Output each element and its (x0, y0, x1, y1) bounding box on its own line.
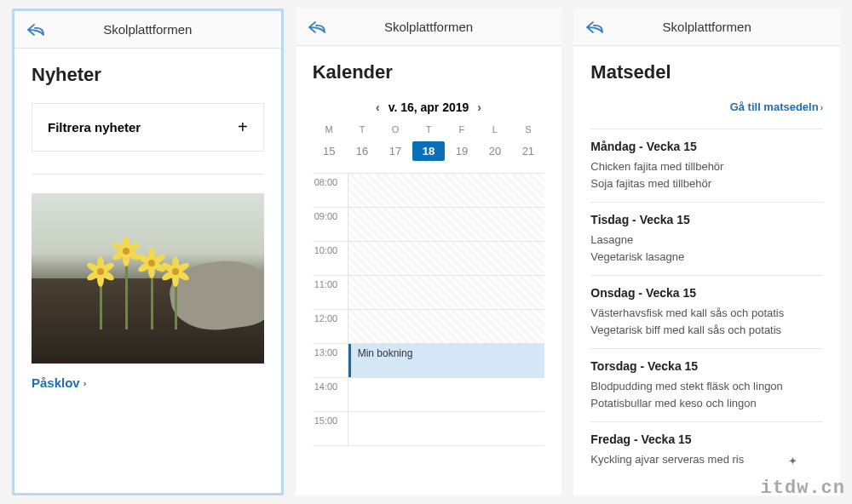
meal-day-title: Måndag - Vecka 15 (590, 140, 823, 153)
meal-item: Vegetarisk biff med kall sås och potatis (590, 322, 823, 339)
time-label: 14:00 (313, 378, 348, 411)
time-slot[interactable] (348, 310, 545, 343)
time-row: 13:00Min bokning (313, 344, 545, 378)
chevron-right-icon: › (83, 378, 87, 388)
header: Skolplattformen (296, 9, 562, 46)
page-title: Nyheter (32, 64, 264, 86)
meal-item: Lasagne (590, 232, 823, 249)
reply-arrow-icon (308, 20, 328, 35)
time-row: 10:00 (313, 242, 545, 276)
meal-day: Tisdag - Vecka 15LasagneVegetarisk lasag… (590, 202, 823, 275)
weekday-label: L (478, 124, 511, 135)
meal-day: Onsdag - Vecka 15Västerhavsfisk med kall… (590, 275, 823, 348)
meal-item: Vegetarisk lasagne (590, 249, 823, 266)
weekday-label: T (346, 124, 379, 135)
news-image[interactable] (32, 193, 264, 364)
time-row: 15:00 (313, 412, 545, 446)
time-label: 08:00 (313, 174, 348, 207)
header-title: Skolplattformen (573, 20, 840, 34)
header-title: Skolplattformen (14, 22, 281, 37)
meal-day: Måndag - Vecka 15Chicken fajita med till… (590, 129, 823, 202)
meal-day-title: Onsdag - Vecka 15 (590, 286, 823, 300)
time-slot[interactable] (348, 276, 545, 309)
screen-news: Skolplattformen Nyheter Filtrera nyheter… (12, 9, 284, 495)
weekday-label: O (379, 124, 412, 135)
back-button[interactable] (585, 20, 606, 35)
wechat-icon: ✦ (781, 450, 803, 472)
page-title: Matsedel (590, 61, 823, 83)
time-label: 15:00 (313, 412, 348, 445)
meal-item: Blodpudding med stekt fläsk och lingon (590, 378, 823, 395)
time-row: 08:00 (313, 174, 545, 208)
weekday-label: M (313, 124, 346, 135)
reply-arrow-icon (585, 20, 606, 35)
filter-label: Filtrera nyheter (48, 120, 141, 135)
header: Skolplattformen (14, 11, 281, 49)
time-row: 14:00 (313, 378, 545, 412)
divider (32, 174, 264, 175)
screen-calendar: Skolplattformen Kalender ‹ v. 16, apr 20… (296, 9, 562, 495)
time-label: 09:00 (313, 208, 348, 241)
prev-week-button[interactable]: ‹ (376, 100, 380, 114)
date-cell[interactable]: 20 (478, 141, 511, 161)
page-title: Kalender (313, 61, 545, 83)
time-label: 10:00 (313, 242, 348, 275)
time-slot[interactable] (348, 208, 545, 241)
time-slot[interactable] (348, 174, 545, 207)
meal-item: Västerhavsfisk med kall sås och potatis (590, 305, 823, 322)
date-row: 15161718192021 (313, 141, 545, 161)
time-slot[interactable] (348, 242, 545, 275)
header: Skolplattformen (573, 9, 840, 46)
meal-day-title: Torsdag - Vecka 15 (590, 359, 823, 373)
time-slot[interactable] (348, 378, 545, 411)
back-button[interactable] (26, 22, 47, 37)
time-grid: 08:0009:0010:0011:0012:0013:00Min boknin… (313, 173, 545, 446)
weekday-row: MTOTFLS (313, 124, 545, 135)
watermark-source: ✦ 量子位 (781, 450, 842, 472)
meal-day-title: Tisdag - Vecka 15 (590, 213, 823, 226)
watermark-url: itdw.cn (761, 478, 845, 499)
date-cell[interactable]: 16 (346, 141, 379, 161)
meal-day-title: Fredag - Vecka 15 (590, 432, 823, 446)
time-row: 11:00 (313, 276, 545, 310)
news-article-link[interactable]: Påsklov› (32, 375, 264, 390)
date-cell[interactable]: 21 (511, 141, 544, 161)
weekday-label: T (412, 124, 446, 135)
time-slot[interactable] (348, 412, 545, 445)
calendar-week-nav: ‹ v. 16, apr 2019 › (313, 100, 545, 114)
date-cell[interactable]: 18 (412, 141, 446, 161)
time-slot[interactable]: Min bokning (348, 344, 545, 377)
time-label: 13:00 (313, 344, 348, 377)
calendar-event[interactable]: Min bokning (348, 344, 545, 377)
back-button[interactable] (308, 20, 328, 35)
reply-arrow-icon (26, 22, 47, 37)
week-label: v. 16, apr 2019 (389, 100, 469, 114)
screen-meals: Skolplattformen Matsedel Gå till matsede… (573, 9, 840, 495)
date-cell[interactable]: 17 (379, 141, 412, 161)
date-cell[interactable]: 19 (445, 141, 478, 161)
date-cell[interactable]: 15 (313, 141, 346, 161)
next-week-button[interactable]: › (477, 100, 481, 114)
time-label: 11:00 (313, 276, 348, 309)
time-label: 12:00 (313, 310, 348, 343)
meal-item: Soja fajitas med tillbehör (590, 175, 823, 192)
goto-menu-link[interactable]: Gå till matsedeln› (590, 100, 823, 113)
time-row: 09:00 (313, 208, 545, 242)
header-title: Skolplattformen (296, 20, 562, 34)
plus-icon: + (238, 117, 248, 137)
chevron-right-icon: › (820, 103, 823, 112)
weekday-label: S (511, 124, 544, 135)
meal-item: Chicken fajita med tillbehör (590, 158, 823, 175)
time-row: 12:00 (313, 310, 545, 344)
meal-list: Måndag - Vecka 15Chicken fajita med till… (590, 129, 823, 478)
filter-news-button[interactable]: Filtrera nyheter + (32, 103, 264, 152)
weekday-label: F (445, 124, 478, 135)
meal-day: Torsdag - Vecka 15Blodpudding med stekt … (590, 348, 823, 421)
meal-item: Potatisbullar med keso och lingon (590, 395, 823, 412)
